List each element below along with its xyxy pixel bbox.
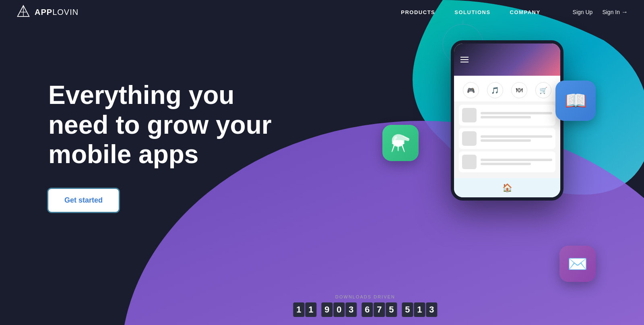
- logo[interactable]: APPLOVIN: [16, 5, 78, 19]
- phone-icon-music: 🎵: [487, 82, 503, 98]
- counter-digit: 5: [402, 302, 413, 317]
- counter-display: 1 1 9 0 3 6 7 5 5 1 3: [293, 302, 437, 317]
- counter-digit: 3: [426, 302, 437, 317]
- counter-digit: 3: [345, 302, 357, 317]
- phone-list-thumbnail: [462, 108, 477, 122]
- counter-digit: 1: [414, 302, 425, 317]
- phone-bottom-bar: 🏠: [454, 178, 560, 197]
- phone-list-thumbnail: [462, 155, 477, 169]
- nav-products[interactable]: PRODUCTS: [401, 8, 435, 16]
- counter-group-4: 5 1 3: [402, 302, 437, 317]
- sign-in-link[interactable]: Sign In →: [602, 8, 628, 16]
- phone-list-item: [459, 105, 555, 126]
- nav-company[interactable]: COMPANY: [510, 8, 541, 16]
- counter-digit: 1: [305, 302, 316, 317]
- phone-list-item: [459, 128, 555, 149]
- floating-icon-blue: 📖: [555, 81, 596, 121]
- downloads-section: DOWNLOADS DRIVEN 1 1 9 0 3 6 7 5 5 1 3: [293, 294, 437, 317]
- book-icon: 📖: [565, 90, 587, 111]
- nav-solutions[interactable]: SOLUTIONS: [454, 8, 490, 16]
- nav-links: PRODUCTS SOLUTIONS COMPANY: [401, 8, 540, 16]
- counter-group-3: 6 7 5: [361, 302, 397, 317]
- phone-icon-food: 🍽: [511, 82, 527, 98]
- counter-digit: 5: [386, 302, 397, 317]
- phone-icon-games: 🎮: [463, 82, 479, 98]
- phone-list-thumbnail: [462, 131, 477, 146]
- phone-mockup: 🎮 🎵 🍽 🛒 🏠: [451, 40, 564, 201]
- hero-heading: Everything you need to grow your mobile …: [48, 81, 290, 170]
- counter-group-1: 1 1: [293, 302, 316, 317]
- sign-up-link[interactable]: Sign Up: [573, 9, 593, 15]
- phone-list: [454, 101, 560, 178]
- downloads-label: DOWNLOADS DRIVEN: [293, 294, 437, 299]
- counter-digit: 6: [361, 302, 373, 317]
- floating-icon-green: ⚗️: [382, 125, 419, 161]
- hero-section: Everything you need to grow your mobile …: [48, 81, 290, 212]
- floating-icon-purple: ✉️: [559, 246, 596, 282]
- get-started-button[interactable]: Get started: [48, 189, 119, 212]
- counter-group-2: 9 0 3: [321, 302, 357, 317]
- phone-category-icons: 🎮 🎵 🍽 🛒: [454, 76, 560, 101]
- home-icon: 🏠: [502, 183, 512, 193]
- counter-digit: 0: [333, 302, 345, 317]
- arrow-right-icon: →: [621, 8, 628, 16]
- hamburger-icon: [460, 57, 469, 62]
- logo-icon: [16, 5, 31, 19]
- phone-top-bar: [454, 43, 560, 76]
- logo-text: APPLOVIN: [35, 8, 78, 17]
- nav-right: Sign Up Sign In →: [573, 8, 628, 16]
- phone-list-item: [459, 151, 555, 172]
- counter-digit: 9: [321, 302, 332, 317]
- counter-digit: 1: [293, 302, 304, 317]
- mortar-icon: ⚗️: [390, 134, 411, 153]
- counter-digit: 7: [374, 302, 385, 317]
- navigation: APPLOVIN PRODUCTS SOLUTIONS COMPANY Sign…: [0, 0, 644, 24]
- phone-icon-shop: 🛒: [535, 82, 551, 98]
- message-icon: ✉️: [568, 255, 588, 273]
